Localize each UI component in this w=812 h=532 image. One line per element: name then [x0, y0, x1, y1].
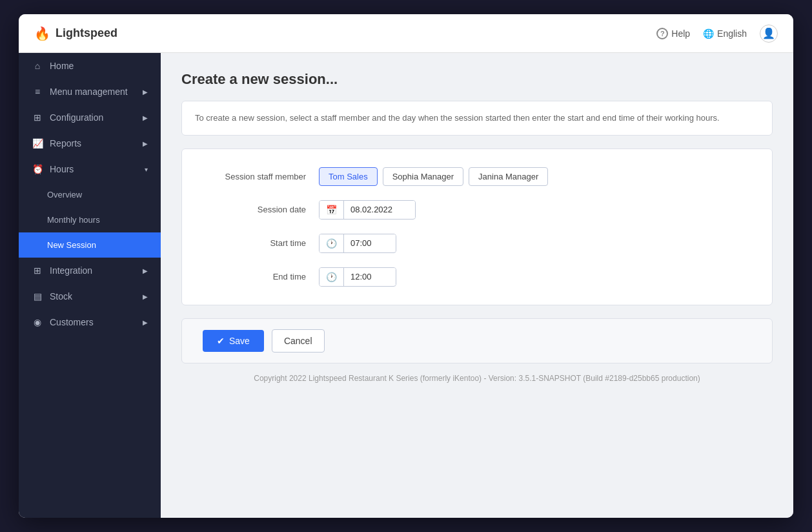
sidebar-item-customers[interactable]: ◉ Customers ▶	[19, 309, 161, 335]
user-profile-button[interactable]: 👤	[760, 25, 778, 43]
user-icon: 👤	[762, 27, 775, 39]
start-time-input[interactable]	[344, 234, 396, 252]
sidebar-item-label: Hours	[50, 164, 74, 174]
clock-icon-start[interactable]: 🕐	[320, 234, 344, 252]
start-time-field: 🕐	[319, 234, 396, 253]
sidebar-item-new-session[interactable]: New Session	[19, 232, 161, 258]
staff-janina-manager-button[interactable]: Janina Manager	[469, 167, 548, 186]
sidebar-item-label: Integration	[50, 265, 92, 276]
end-time-input-wrap: 🕐	[319, 267, 396, 287]
session-date-input[interactable]	[344, 201, 415, 218]
menu-management-icon: ≡	[32, 87, 43, 97]
language-label: English	[717, 28, 747, 39]
info-box: To create a new session, select a staff …	[181, 101, 773, 136]
session-date-label: Session date	[203, 205, 319, 214]
sidebar-item-label: Reports	[50, 138, 81, 148]
sidebar-item-hours[interactable]: ⏰ Hours ▾	[19, 156, 161, 182]
chevron-right-icon: ▶	[143, 140, 148, 147]
footer: Copyright 2022 Lightspeed Restaurant K S…	[181, 363, 773, 388]
sidebar-item-stock[interactable]: ▤ Stock ▶	[19, 283, 161, 309]
hours-icon: ⏰	[32, 164, 43, 174]
staff-buttons: Tom Sales Sophia Manager Janina Manager	[319, 167, 548, 186]
chevron-right-icon: ▶	[143, 293, 148, 300]
logo-text: Lightspeed	[56, 26, 117, 40]
date-input-wrap: 📅	[319, 200, 416, 220]
sidebar-item-menu-management[interactable]: ≡ Menu management ▶	[19, 79, 161, 105]
info-text: To create a new session, select a staff …	[195, 113, 720, 123]
content-area: Create a new session... To create a new …	[161, 53, 793, 518]
sidebar-item-configuration[interactable]: ⊞ Configuration ▶	[19, 105, 161, 130]
start-time-label: Start time	[203, 238, 319, 248]
staff-member-row: Session staff member Tom Sales Sophia Ma…	[203, 167, 751, 186]
sidebar-item-label: Customers	[50, 317, 94, 327]
help-label: Help	[671, 28, 690, 39]
reports-icon: 📈	[32, 138, 43, 148]
cancel-button[interactable]: Cancel	[272, 329, 325, 353]
sidebar-item-label: Overview	[47, 190, 82, 200]
sidebar-item-label: Configuration	[50, 112, 103, 123]
sidebar-item-integration[interactable]: ⊞ Integration ▶	[19, 258, 161, 283]
end-time-label: End time	[203, 272, 319, 281]
clock-icon-end[interactable]: 🕐	[320, 268, 344, 286]
help-icon: ?	[656, 28, 668, 39]
staff-tom-sales-label: Tom Sales	[329, 172, 368, 181]
sidebar-item-reports[interactable]: 📈 Reports ▶	[19, 130, 161, 156]
end-time-row: End time 🕐	[203, 267, 751, 287]
logo-icon: 🔥	[34, 26, 50, 41]
chevron-right-icon: ▶	[143, 88, 148, 96]
session-date-row: Session date 📅	[203, 200, 751, 220]
staff-sophia-manager-label: Sophia Manager	[392, 172, 454, 181]
start-time-input-wrap: 🕐	[319, 234, 396, 253]
cancel-label: Cancel	[284, 336, 312, 346]
staff-tom-sales-button[interactable]: Tom Sales	[319, 167, 378, 186]
integration-icon: ⊞	[32, 265, 43, 276]
sidebar-item-home[interactable]: ⌂ Home	[19, 53, 161, 79]
chevron-down-icon: ▾	[145, 166, 148, 173]
start-time-row: Start time 🕐	[203, 234, 751, 253]
end-time-input[interactable]	[344, 268, 396, 285]
logo-area: 🔥 Lightspeed	[34, 26, 117, 41]
help-button[interactable]: ? Help	[656, 28, 690, 39]
page-title: Create a new session...	[181, 71, 773, 88]
language-icon: 🌐	[703, 28, 714, 39]
form-card: Session staff member Tom Sales Sophia Ma…	[181, 148, 773, 305]
save-icon: ✔	[217, 336, 225, 346]
date-field: 📅	[319, 200, 416, 220]
sidebar: ⌂ Home ≡ Menu management ▶ ⊞ Configurati…	[19, 53, 161, 518]
sidebar-item-label: Menu management	[50, 87, 128, 97]
calendar-icon-button[interactable]: 📅	[320, 201, 344, 219]
topbar-right: ? Help 🌐 English 👤	[656, 25, 778, 43]
end-time-field: 🕐	[319, 267, 396, 287]
sidebar-item-label: Monthly hours	[47, 215, 100, 225]
sidebar-item-label: New Session	[47, 240, 96, 250]
topbar: 🔥 Lightspeed ? Help 🌐 English 👤	[19, 14, 793, 53]
customers-icon: ◉	[32, 317, 43, 327]
save-button[interactable]: ✔ Save	[203, 330, 264, 352]
save-label: Save	[229, 336, 250, 346]
sidebar-item-monthly-hours[interactable]: Monthly hours	[19, 207, 161, 232]
staff-member-label: Session staff member	[203, 172, 319, 181]
chevron-right-icon: ▶	[143, 267, 148, 274]
app-window: 🔥 Lightspeed ? Help 🌐 English 👤 ⌂ Home	[19, 14, 793, 518]
staff-janina-manager-label: Janina Manager	[478, 172, 538, 181]
chevron-right-icon: ▶	[143, 319, 148, 326]
sidebar-item-label: Stock	[50, 291, 72, 302]
language-button[interactable]: 🌐 English	[703, 28, 747, 39]
home-icon: ⌂	[32, 61, 43, 71]
chevron-right-icon: ▶	[143, 114, 148, 121]
stock-icon: ▤	[32, 291, 43, 302]
action-bar: ✔ Save Cancel	[181, 318, 773, 363]
sidebar-item-overview[interactable]: Overview	[19, 182, 161, 207]
configuration-icon: ⊞	[32, 112, 43, 123]
sidebar-item-label: Home	[50, 61, 74, 71]
main-layout: ⌂ Home ≡ Menu management ▶ ⊞ Configurati…	[19, 53, 793, 518]
footer-text: Copyright 2022 Lightspeed Restaurant K S…	[254, 374, 700, 383]
staff-sophia-manager-button[interactable]: Sophia Manager	[383, 167, 463, 186]
